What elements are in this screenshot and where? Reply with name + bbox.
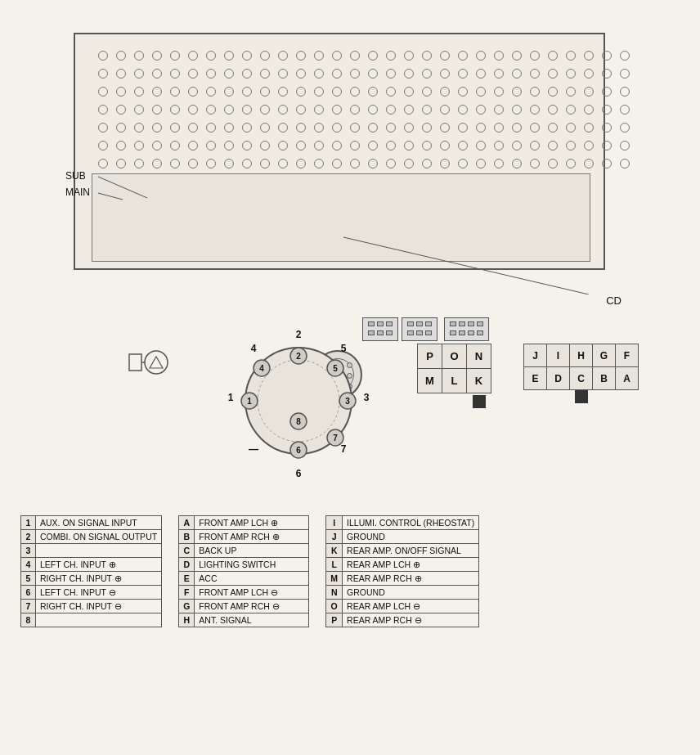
vent-hole [242, 159, 252, 169]
vent-hole [404, 141, 414, 151]
table-row: 5RIGHT CH. INPUT ⊕ [21, 572, 162, 586]
vent-hole [512, 159, 522, 169]
vent-hole [530, 87, 540, 97]
vent-hole [152, 51, 162, 61]
vent-hole [368, 51, 378, 61]
desc-cell: ACC [195, 572, 309, 586]
pin-id-cell: M [326, 572, 343, 586]
vent-hole [440, 87, 450, 97]
pin-id-cell: A [179, 516, 195, 530]
vent-hole [296, 123, 306, 133]
vent-hole [386, 141, 396, 151]
vent-hole [476, 51, 486, 61]
vent-hole [98, 159, 108, 169]
table-row: 8 [21, 613, 162, 627]
vent-hole [368, 87, 378, 97]
svg-text:3: 3 [364, 392, 370, 403]
table-row: 3 [21, 544, 162, 558]
desc-cell: ANT. SIGNAL [195, 613, 309, 627]
vent-hole [134, 51, 144, 61]
desc-cell: REAR AMP. ON/OFF SIGNAL [343, 544, 479, 558]
table-row: 4LEFT CH. INPUT ⊕ [21, 558, 162, 572]
vent-hole [602, 87, 612, 97]
cd-label: CD [606, 294, 621, 307]
vent-hole [422, 159, 432, 169]
vent-hole [584, 69, 594, 79]
vent-hole [422, 51, 432, 61]
right-rectangular-connector: J I H G F E D C B A [523, 344, 639, 403]
circular-connector-diagram: 2 5 3 7 6 8 4 1 2 5 3 7 6 — 1 4 [221, 323, 384, 487]
vent-hole [494, 69, 504, 79]
pin-id-cell: E [179, 572, 195, 586]
svg-text:5: 5 [333, 364, 338, 373]
vent-hole [260, 159, 270, 169]
vent-hole [494, 123, 504, 133]
svg-text:2: 2 [296, 352, 301, 361]
conn-cell-C: C [570, 367, 593, 390]
svg-text:3: 3 [345, 397, 350, 406]
vent-hole [458, 69, 468, 79]
vent-hole [152, 105, 162, 115]
desc-cell: FRONT AMP LCH ⊕ [195, 516, 309, 530]
desc-cell: AUX. ON SIGNAL INPUT [36, 516, 162, 530]
conn-cell-K: K [467, 369, 491, 393]
pin-id-cell: 4 [21, 558, 36, 572]
unit-inner [92, 173, 590, 262]
vent-hole [152, 123, 162, 133]
vent-hole [224, 105, 234, 115]
desc-cell [36, 613, 162, 627]
svg-text:4: 4 [251, 343, 257, 354]
svg-text:8: 8 [296, 417, 301, 426]
vent-hole [494, 105, 504, 115]
vent-hole [152, 141, 162, 151]
vent-hole [404, 51, 414, 61]
vent-hole [116, 159, 126, 169]
table-row: FFRONT AMP LCH ⊖ [179, 586, 309, 600]
vent-hole [242, 105, 252, 115]
table-row: PREAR AMP RCH ⊖ [326, 613, 479, 627]
desc-cell: FRONT AMP LCH ⊖ [195, 586, 309, 600]
vent-hole [512, 69, 522, 79]
conn-cell-B: B [593, 367, 616, 390]
vent-hole [512, 105, 522, 115]
vent-hole [386, 105, 396, 115]
vent-hole [566, 141, 576, 151]
conn-cell-O: O [442, 344, 467, 369]
conn-cell-L: L [442, 369, 467, 393]
vent-hole [350, 51, 360, 61]
wiring-table-mid: AFRONT AMP LCH ⊕BFRONT AMP RCH ⊕CBACK UP… [178, 515, 309, 627]
vent-hole [98, 105, 108, 115]
vent-hole [368, 141, 378, 151]
vent-hole [296, 51, 306, 61]
vent-hole [242, 123, 252, 133]
vent-hole [116, 87, 126, 97]
vent-hole [566, 105, 576, 115]
vent-hole [206, 51, 216, 61]
vent-hole [170, 87, 180, 97]
vent-hole [494, 141, 504, 151]
vent-hole [584, 105, 594, 115]
vent-hole [278, 51, 288, 61]
vent-hole [404, 159, 414, 169]
left-rectangular-connector: P O N M L K [417, 344, 491, 410]
vent-hole [404, 87, 414, 97]
vent-hole [512, 87, 522, 97]
svg-text:5: 5 [341, 343, 347, 354]
sub-label: SUB [65, 170, 86, 182]
table-row: KREAR AMP. ON/OFF SIGNAL [326, 544, 479, 558]
vent-hole [548, 159, 558, 169]
vent-hole [98, 51, 108, 61]
vent-hole [422, 141, 432, 151]
vent-hole [512, 123, 522, 133]
vent-hole [440, 141, 450, 151]
desc-cell: GROUND [343, 586, 479, 600]
vent-hole [224, 87, 234, 97]
key-square-right [575, 390, 588, 403]
conn-cell-J: J [524, 344, 547, 367]
vent-hole [602, 123, 612, 133]
vent-hole [422, 123, 432, 133]
desc-cell: REAR AMP LCH ⊖ [343, 600, 479, 613]
vent-hole [134, 69, 144, 79]
vent-hole [170, 69, 180, 79]
conn-cell-G: G [593, 344, 616, 367]
